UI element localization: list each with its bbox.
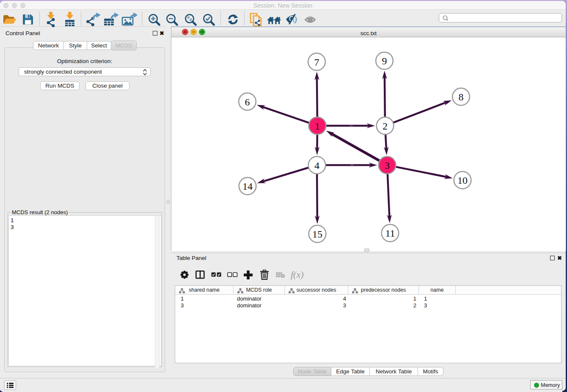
svg-text:2: 2 <box>383 121 388 132</box>
svg-text:7: 7 <box>314 57 319 68</box>
svg-text:4: 4 <box>314 160 319 171</box>
svg-text:10: 10 <box>457 175 468 186</box>
svg-text:14: 14 <box>242 181 253 192</box>
svg-text:11: 11 <box>385 228 395 239</box>
svg-text:1: 1 <box>315 121 320 132</box>
svg-text:15: 15 <box>312 229 322 240</box>
svg-text:3: 3 <box>385 160 390 171</box>
svg-text:6: 6 <box>245 97 250 108</box>
svg-text:9: 9 <box>382 55 387 66</box>
svg-text:8: 8 <box>459 91 464 102</box>
